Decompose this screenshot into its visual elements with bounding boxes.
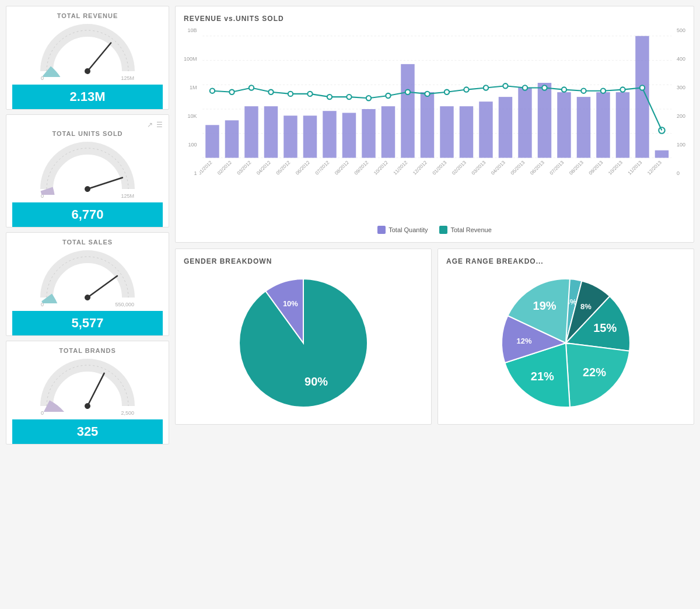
gauge-card-total-brands: TOTAL BRANDS 0 2,500 325: [6, 341, 169, 444]
svg-rect-30: [518, 88, 531, 158]
svg-text:12%: 12%: [517, 337, 532, 345]
revenue-chart-title: REVENUE vs.UNITS SOLD: [184, 15, 685, 23]
expand-icon[interactable]: ↗: [147, 121, 153, 129]
legend-quantity: Total Quantity: [377, 226, 428, 234]
svg-text:8%: 8%: [580, 302, 592, 311]
gauge-value-total-sales: 5,577: [12, 311, 163, 335]
svg-text:05/2012: 05/2012: [274, 159, 291, 176]
svg-point-57: [581, 88, 586, 93]
svg-rect-31: [537, 83, 551, 158]
y-axis-right: 500 400 300 200 100 0: [674, 27, 685, 176]
svg-text:12/2012: 12/2012: [411, 159, 428, 176]
left-column: TOTAL REVENUE 0 125M 2.13M ↗: [6, 6, 169, 444]
svg-text:03/2013: 03/2013: [470, 159, 487, 176]
svg-point-40: [249, 85, 253, 90]
svg-line-2: [88, 178, 123, 189]
svg-text:10/2013: 10/2013: [607, 159, 624, 176]
svg-rect-34: [596, 92, 610, 158]
svg-line-6: [88, 373, 104, 406]
svg-rect-37: [654, 150, 668, 158]
gauge-svg-wrap-total-sales: [38, 248, 137, 300]
chart-plot-area: 01/201202/201203/201204/201205/201206/20…: [200, 27, 674, 208]
svg-point-50: [444, 90, 449, 94]
svg-text:08/2013: 08/2013: [568, 159, 584, 176]
svg-text:15%: 15%: [593, 321, 617, 334]
svg-text:07/2013: 07/2013: [548, 159, 565, 176]
svg-text:09/2012: 09/2012: [352, 159, 369, 176]
legend-quantity-label: Total Quantity: [388, 226, 428, 233]
y-axis-left: 10B 100M 1M 10K 100 1: [184, 27, 200, 176]
svg-text:04/2012: 04/2012: [255, 159, 272, 176]
svg-rect-22: [362, 109, 375, 158]
svg-rect-21: [342, 113, 355, 158]
svg-text:11/2013: 11/2013: [626, 159, 643, 176]
menu-icon[interactable]: ☰: [156, 121, 163, 129]
svg-text:06/2013: 06/2013: [528, 159, 545, 176]
gauge-svg-total-brands: [38, 356, 137, 412]
svg-point-56: [561, 87, 566, 92]
svg-point-46: [366, 96, 370, 100]
gauge-value-total-revenue: 2.13M: [12, 85, 163, 109]
svg-rect-32: [557, 92, 570, 158]
gauge-svg-wrap-total-brands: [38, 356, 137, 409]
revenue-chart-card: REVENUE vs.UNITS SOLD 10B 100M 1M 10K 10…: [175, 6, 694, 243]
legend-revenue: Total Revenue: [439, 226, 491, 234]
gauge-card-total-sales: TOTAL SALES 0 550,000 5,577: [6, 232, 169, 336]
svg-point-55: [542, 85, 547, 90]
legend-quantity-swatch: [377, 226, 386, 234]
gauge-title-total-sales: TOTAL SALES: [62, 239, 113, 246]
age-svg: 4%8%15%22%21%12%19%: [484, 270, 648, 416]
svg-point-45: [346, 94, 351, 99]
dashboard: TOTAL REVENUE 0 125M 2.13M ↗: [6, 6, 694, 444]
svg-text:11/2012: 11/2012: [391, 159, 408, 176]
gauge-title-total-brands: TOTAL BRANDS: [59, 347, 116, 354]
svg-rect-17: [264, 106, 277, 158]
svg-rect-20: [323, 111, 336, 158]
svg-text:19%: 19%: [533, 299, 556, 312]
svg-rect-18: [284, 116, 297, 158]
gauge-icons: ↗ ☰: [12, 121, 163, 129]
svg-point-38: [209, 88, 214, 93]
gender-chart-title: GENDER BREAKDOWN: [184, 257, 272, 265]
age-chart-title: AGE RANGE BREAKDO...: [446, 257, 544, 265]
gauge-value-total-units-sold: 6,770: [12, 202, 163, 227]
gauge-title-total-revenue: TOTAL REVENUE: [57, 12, 118, 19]
svg-point-41: [268, 90, 273, 94]
svg-text:08/2012: 08/2012: [333, 159, 350, 176]
svg-text:01/2013: 01/2013: [431, 159, 448, 176]
gauge-svg-total-revenue: [38, 22, 137, 77]
right-column: REVENUE vs.UNITS SOLD 10B 100M 1M 10K 10…: [175, 6, 694, 444]
svg-rect-33: [576, 97, 590, 158]
svg-text:10/2012: 10/2012: [372, 159, 389, 176]
svg-point-48: [405, 90, 410, 94]
svg-point-3: [84, 186, 92, 193]
legend-revenue-label: Total Revenue: [450, 226, 491, 233]
svg-point-44: [327, 94, 331, 99]
svg-rect-27: [459, 106, 473, 158]
svg-point-58: [600, 88, 605, 93]
gender-svg: 90%10%: [230, 270, 376, 416]
legend-revenue-swatch: [439, 226, 447, 234]
svg-rect-26: [440, 106, 453, 158]
svg-point-60: [639, 85, 644, 90]
gauge-svg-wrap-total-units-sold: [38, 139, 137, 192]
gauge-title-total-units-sold: TOTAL UNITS SOLD: [52, 130, 123, 137]
svg-rect-16: [244, 106, 258, 158]
svg-point-51: [464, 87, 468, 92]
svg-point-7: [83, 402, 91, 410]
svg-text:22%: 22%: [583, 366, 606, 379]
svg-text:09/2013: 09/2013: [587, 159, 604, 176]
svg-rect-29: [498, 97, 512, 158]
gauge-svg-total-sales: [38, 248, 137, 303]
chart-legend: Total Quantity Total Revenue: [184, 226, 685, 234]
svg-rect-24: [401, 64, 414, 158]
svg-rect-14: [205, 125, 219, 158]
svg-text:07/2012: 07/2012: [313, 159, 330, 176]
svg-point-39: [229, 90, 234, 94]
svg-rect-19: [303, 116, 316, 158]
age-chart-card: AGE RANGE BREAKDO... 4%8%15%22%21%12%19%: [438, 249, 694, 425]
svg-rect-23: [381, 106, 394, 158]
svg-text:90%: 90%: [304, 375, 328, 388]
gauge-svg-wrap-total-revenue: [38, 22, 137, 74]
svg-point-43: [307, 92, 312, 96]
